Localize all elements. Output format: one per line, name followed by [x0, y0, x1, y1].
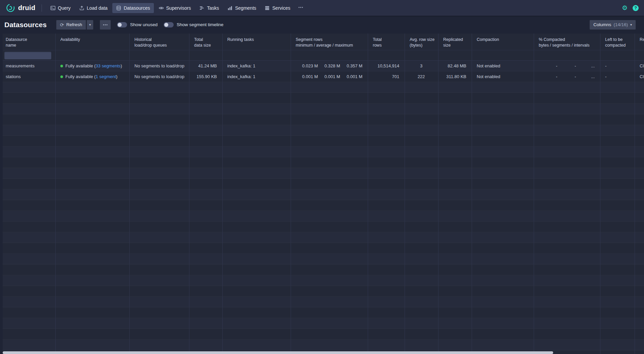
empty-cell	[635, 232, 644, 243]
table-row-empty	[3, 275, 644, 286]
empty-cell	[223, 232, 291, 243]
empty-cell	[368, 200, 405, 211]
refresh-caret-button[interactable]: ▾	[86, 20, 94, 30]
empty-cell	[3, 318, 56, 329]
empty-cell	[405, 125, 438, 136]
empty-cell	[130, 114, 189, 125]
columns-count: (14/16)	[613, 22, 628, 27]
empty-cell	[3, 114, 56, 125]
empty-cell	[600, 179, 635, 189]
horizontal-scrollbar-thumb[interactable]	[3, 351, 553, 354]
nav-item-segments[interactable]: Segments	[224, 3, 260, 13]
empty-cell	[3, 222, 56, 232]
empty-cell	[189, 307, 223, 318]
show-segment-timeline-toggle[interactable]: Show segment timeline	[164, 22, 224, 27]
empty-cell	[600, 286, 635, 297]
header-more-button[interactable]	[100, 20, 111, 30]
empty-cell	[600, 264, 635, 275]
empty-cell	[600, 200, 635, 211]
empty-cell	[368, 275, 405, 286]
empty-cell	[368, 82, 405, 93]
empty-cell	[291, 297, 368, 307]
empty-cell	[368, 114, 405, 125]
empty-cell	[472, 222, 534, 232]
empty-cell	[472, 340, 534, 350]
empty-cell	[130, 232, 189, 243]
table-row-empty	[3, 200, 644, 211]
nav-item-tasks[interactable]: Tasks	[195, 3, 223, 13]
column-header-running-tasks[interactable]: Running tasks	[223, 34, 291, 50]
empty-cell	[130, 168, 189, 179]
help-icon[interactable]: ?	[633, 5, 639, 11]
column-header-availability[interactable]: Availability	[56, 34, 130, 50]
column-header-replicated-size[interactable]: Replicatedsize	[438, 34, 472, 50]
empty-cell	[635, 146, 644, 157]
empty-cell	[3, 297, 56, 307]
empty-cell	[3, 136, 56, 146]
empty-cell	[405, 318, 438, 329]
table-row[interactable]: stations Fully available (1 segment) No …	[3, 71, 644, 82]
druid-logo[interactable]: druid	[6, 3, 36, 12]
table-row[interactable]: measurements Fully available (33 segment…	[3, 61, 644, 71]
segments-link[interactable]: 1 segment	[96, 74, 116, 79]
column-header-compaction[interactable]: Compaction	[472, 34, 534, 50]
empty-cell	[56, 254, 130, 264]
empty-cell	[472, 297, 534, 307]
nav-item-services[interactable]: Services	[261, 3, 294, 13]
gear-icon[interactable]: ⚙	[622, 5, 628, 11]
empty-cell	[56, 125, 130, 136]
empty-cell	[130, 254, 189, 264]
cell-replicated-size: 311.80 KB	[438, 71, 472, 82]
empty-cell	[291, 307, 368, 318]
empty-cell	[534, 286, 600, 297]
empty-cell	[635, 168, 644, 179]
table-row-empty	[3, 329, 644, 340]
empty-cell	[223, 82, 291, 93]
column-header-datasource-name[interactable]: Datasourcename	[3, 34, 56, 50]
nav-item-supervisors[interactable]: Supervisors	[155, 3, 195, 13]
columns-button[interactable]: Columns (14/16) ▾	[589, 20, 636, 30]
show-unused-toggle[interactable]: Show unused	[117, 22, 158, 27]
refresh-button[interactable]: ⟳ Refresh	[56, 20, 86, 30]
chevron-down-icon: ▾	[89, 23, 91, 26]
segments-link[interactable]: 33 segments	[96, 63, 120, 68]
empty-cell	[291, 340, 368, 350]
empty-cell	[472, 254, 534, 264]
column-header-left-to-be-compacted[interactable]: Left to becompacted	[600, 34, 635, 50]
empty-cell	[438, 232, 472, 243]
empty-cell	[368, 179, 405, 189]
nav-item-load-data[interactable]: Load data	[75, 3, 111, 13]
nav-item-query[interactable]: Query	[47, 3, 74, 13]
column-header-avg-row-size[interactable]: Avg. row size(bytes)	[405, 34, 438, 50]
empty-cell	[534, 179, 600, 189]
column-header-load-drop-queues[interactable]: Historicalload/drop queues	[130, 34, 189, 50]
datasources-table: Datasourcename Availability Historicallo…	[3, 34, 644, 354]
column-header-segment-rows[interactable]: Segment rowsminimum / average / maximum	[291, 34, 368, 50]
empty-cell	[472, 168, 534, 179]
empty-filter-cell	[438, 50, 472, 61]
nav-item-datasources[interactable]: Datasources	[112, 3, 154, 13]
column-header-retention[interactable]: Re	[635, 34, 644, 50]
empty-cell	[438, 114, 472, 125]
empty-cell	[534, 189, 600, 200]
cell-percent-compacted: - - ...	[534, 61, 600, 71]
empty-cell	[3, 179, 56, 189]
column-header-total-rows[interactable]: Totalrows	[368, 34, 405, 50]
column-header-total-data-size[interactable]: Totaldata size	[189, 34, 223, 50]
empty-cell	[223, 318, 291, 329]
available-status-dot	[60, 65, 63, 67]
nav-more-button[interactable]	[295, 2, 306, 14]
empty-cell	[635, 340, 644, 350]
table-row-empty	[3, 254, 644, 264]
empty-cell	[56, 104, 130, 114]
empty-cell	[291, 146, 368, 157]
empty-cell	[368, 211, 405, 222]
empty-cell	[291, 211, 368, 222]
column-header-percent-compacted[interactable]: % Compactedbytes / segments / intervals	[534, 34, 600, 50]
empty-cell	[635, 329, 644, 340]
datasource-filter-input[interactable]	[4, 52, 51, 59]
empty-cell	[291, 243, 368, 254]
empty-cell	[223, 340, 291, 350]
cell-left-to-be-compacted: -	[600, 71, 635, 82]
empty-cell	[189, 340, 223, 350]
